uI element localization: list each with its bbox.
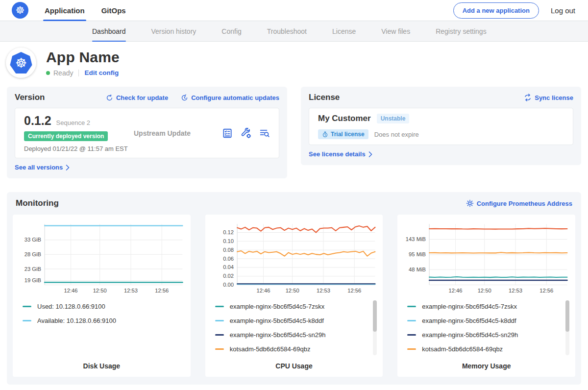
see-all-versions-label: See all versions [15, 164, 63, 171]
chart-title: CPU Usage [209, 357, 379, 370]
legend-item: Used: 10.128.0.66:9100 [23, 299, 174, 314]
kubernetes-app-icon: ☸ [10, 52, 32, 73]
disk-usage-chart: 33 GiB28 GiB23 GiB19 GiB12:4612:5012:531… [17, 220, 187, 296]
refresh-icon [106, 94, 113, 101]
add-a-new-application-button[interactable]: Add a new application [453, 2, 539, 19]
svg-text:12:53: 12:53 [124, 288, 138, 293]
app-sub-nav: DashboardVersion historyConfigTroublesho… [0, 21, 588, 42]
version-source-label: Upstream Update [131, 129, 222, 137]
legend-label: Available: 10.128.0.66:9100 [37, 317, 116, 324]
legend-color-dash [215, 320, 224, 321]
app-header: ☸ App Name Ready Edit config [0, 42, 588, 84]
legend-color-dash [23, 320, 31, 321]
topnav-tab-gitops[interactable]: GitOps [100, 0, 127, 21]
legend-label: example-nginx-5bc6f5d4c5-k8ddf [422, 317, 516, 324]
chevron-right-icon [66, 165, 70, 171]
see-all-versions-link[interactable]: See all versions [15, 164, 70, 171]
svg-text:0.02: 0.02 [223, 273, 234, 279]
monitoring-heading: Monitoring [16, 198, 466, 208]
sync-license-label: Sync license [535, 94, 573, 101]
legend-item: kotsadm-5db6dc6584-69qbz [215, 342, 367, 356]
legend-label: example-nginx-5bc6f5d4c5-7zskx [230, 303, 325, 310]
sync-license-link[interactable]: Sync license [524, 94, 573, 101]
check-for-update-link[interactable]: Check for update [106, 94, 168, 101]
svg-text:0.12: 0.12 [223, 229, 234, 235]
cpu-usage-chart-card: 0.120.100.080.060.040.020.0012:4612:5012… [205, 215, 383, 377]
legend-label: kotsadm-5db6dc6584-69qbz [422, 345, 503, 353]
subnav-tab-license[interactable]: License [332, 21, 356, 41]
legend-color-dash [407, 320, 416, 321]
configure-automatic-updates-link[interactable]: Configure automatic updates [181, 94, 279, 101]
legend-label: example-nginx-5bc6f5d4c5-k8ddf [230, 317, 324, 324]
legend-scrollbar [565, 300, 569, 355]
trial-license-label: Trial license [331, 131, 365, 138]
see-license-details-link[interactable]: See license details [309, 150, 372, 158]
legend-label: Used: 10.128.0.66:9100 [37, 303, 105, 310]
divider [78, 70, 79, 76]
svg-text:12:46: 12:46 [449, 288, 463, 293]
scrollbar-thumb[interactable] [565, 300, 569, 332]
legend-item: example-nginx-5bc6f5d4c5-sn29h [407, 328, 559, 342]
trial-license-badge: Trial license [318, 129, 368, 139]
disk-usage-legend: Used: 10.128.0.66:9100Available: 10.128.… [23, 299, 187, 357]
svg-text:0.04: 0.04 [223, 264, 234, 270]
page-title: App Name [46, 49, 120, 66]
legend-color-dash [215, 348, 224, 350]
legend-item: Available: 10.128.0.66:9100 [23, 314, 174, 328]
disk-usage-chart-card: 33 GiB28 GiB23 GiB19 GiB12:4612:5012:531… [13, 215, 191, 377]
legend-label: example-nginx-5bc6f5d4c5-sn29h [230, 331, 326, 339]
expiration-text: Does not expire [374, 131, 419, 138]
svg-text:12:53: 12:53 [317, 288, 330, 293]
edit-config-link[interactable]: Edit config [84, 69, 119, 76]
see-license-details-label: See license details [309, 150, 366, 158]
app-icon: ☸ [6, 48, 36, 78]
log-out-button[interactable]: Log out [551, 6, 575, 15]
chart-title: Memory Usage [401, 357, 571, 370]
memory-usage-legend: example-nginx-5bc6f5d4c5-7zskxexample-ng… [407, 299, 571, 357]
svg-text:143 MiB: 143 MiB [406, 236, 426, 242]
svg-text:33 GiB: 33 GiB [24, 237, 41, 243]
version-heading: Version [15, 93, 106, 102]
scrollbar-thumb[interactable] [373, 300, 377, 332]
configure-prometheus-label: Configure Prometheus Address [477, 200, 572, 207]
subnav-tab-dashboard[interactable]: Dashboard [92, 21, 126, 41]
license-heading: License [309, 93, 524, 102]
svg-text:12:50: 12:50 [285, 288, 299, 293]
topnav-tabs: ApplicationGitOps [43, 0, 127, 21]
gear-icon [466, 199, 474, 207]
legend-item: example-nginx-5bc6f5d4c5-7zskx [407, 299, 559, 314]
legend-item: kotsadm-5db6dc6584-69qbz [407, 342, 559, 356]
currently-deployed-badge: Currently deployed version [24, 131, 108, 141]
subnav-tab-config[interactable]: Config [221, 21, 241, 41]
legend-color-dash [407, 348, 416, 350]
subnav-tab-registry-settings[interactable]: Registry settings [436, 21, 486, 41]
check-for-update-label: Check for update [116, 94, 168, 101]
license-panel: License Sync license My Customer Unstabl… [301, 87, 581, 165]
svg-text:12:50: 12:50 [478, 288, 491, 293]
svg-text:12:53: 12:53 [509, 288, 522, 293]
preflight-checks-icon[interactable] [222, 128, 233, 139]
configure-prometheus-link[interactable]: Configure Prometheus Address [466, 199, 572, 207]
svg-text:12:56: 12:56 [347, 288, 361, 293]
monitoring-panel: Monitoring Configure Prometheus Address … [7, 192, 581, 385]
subnav-tab-troubleshoot[interactable]: Troubleshoot [267, 21, 307, 41]
legend-color-dash [215, 306, 224, 307]
svg-text:0.06: 0.06 [223, 256, 234, 262]
legend-label: kotsadm-5db6dc6584-69qbz [230, 345, 311, 353]
svg-text:12:46: 12:46 [64, 288, 78, 293]
config-wrench-icon[interactable] [241, 128, 251, 139]
configure-automatic-updates-label: Configure automatic updates [191, 94, 279, 101]
subnav-tab-view-files[interactable]: View files [381, 21, 410, 41]
legend-item: example-nginx-5bc6f5d4c5-k8ddf [215, 314, 367, 328]
subnav-tab-version-history[interactable]: Version history [151, 21, 196, 41]
view-logs-icon[interactable] [259, 128, 270, 139]
ready-status-dot [46, 71, 50, 75]
top-nav: ☸ ApplicationGitOps Add a new applicatio… [0, 0, 588, 21]
legend-item: example-nginx-5bc6f5d4c5-sn29h [215, 328, 367, 342]
svg-text:12:56: 12:56 [155, 288, 169, 293]
svg-text:0.08: 0.08 [223, 247, 234, 253]
topnav-tab-application[interactable]: Application [43, 0, 86, 21]
svg-text:0.10: 0.10 [223, 238, 234, 244]
svg-text:12:56: 12:56 [540, 288, 554, 293]
svg-text:28 GiB: 28 GiB [24, 251, 41, 257]
